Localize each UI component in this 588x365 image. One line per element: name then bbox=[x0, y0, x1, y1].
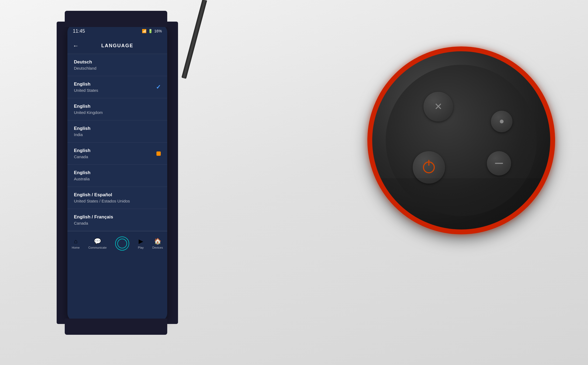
language-region: Canada bbox=[74, 154, 161, 159]
phone: 11:45 📶 🔋 16% ← LANGUAGE Deutsch Deutsch… bbox=[67, 24, 167, 321]
language-name: English bbox=[74, 104, 161, 109]
language-region: Canada bbox=[74, 221, 161, 225]
list-item[interactable]: English / Français Canada bbox=[67, 209, 167, 231]
nav-play-label: Play bbox=[138, 246, 143, 249]
bottom-nav: ⌂ Home 💬 Communicate ▶ Play 🏠 Devices bbox=[67, 231, 167, 255]
battery-level: 16% bbox=[154, 29, 162, 33]
back-button[interactable]: ← bbox=[73, 42, 79, 49]
nav-alexa[interactable] bbox=[115, 236, 129, 251]
list-item[interactable]: Deutsch Deutschland bbox=[67, 54, 167, 76]
list-item[interactable]: English Canada bbox=[67, 143, 167, 165]
language-region: India bbox=[74, 132, 161, 137]
nav-home[interactable]: ⌂ Home bbox=[72, 238, 80, 249]
app-header: ← LANGUAGE bbox=[67, 38, 167, 54]
alexa-button[interactable] bbox=[115, 236, 129, 251]
language-region: United States / Estados Unidos bbox=[74, 199, 161, 203]
nav-devices[interactable]: 🏠 Devices bbox=[152, 238, 163, 249]
nav-communicate-label: Communicate bbox=[88, 246, 107, 249]
language-region: Deutschland bbox=[74, 66, 161, 70]
home-icon: ⌂ bbox=[74, 238, 77, 245]
holder-top-clamp bbox=[65, 11, 167, 27]
language-name: English / Español bbox=[74, 192, 161, 198]
devices-icon: 🏠 bbox=[154, 238, 161, 245]
list-item[interactable]: English / Español United States / Estado… bbox=[67, 187, 167, 209]
nav-home-label: Home bbox=[72, 246, 80, 249]
list-item[interactable]: English United States ✓ bbox=[67, 76, 167, 98]
status-icons: 📶 🔋 16% bbox=[142, 29, 162, 33]
list-item[interactable]: English India bbox=[67, 120, 167, 143]
page-title: LANGUAGE bbox=[101, 43, 134, 49]
language-name: English bbox=[74, 148, 161, 153]
language-name: Deutsch bbox=[74, 59, 161, 65]
language-list: Deutsch Deutschland English United State… bbox=[67, 54, 167, 231]
language-name: English bbox=[74, 82, 161, 87]
alexa-ring bbox=[117, 239, 127, 248]
language-region: United Kingdom bbox=[74, 110, 161, 115]
echo-mute-ring bbox=[367, 46, 555, 234]
communicate-icon: 💬 bbox=[94, 238, 101, 245]
list-item[interactable]: English United Kingdom bbox=[67, 98, 167, 120]
play-icon: ▶ bbox=[139, 238, 143, 245]
language-name: English bbox=[74, 126, 161, 131]
language-region: United States bbox=[74, 88, 161, 93]
nav-communicate[interactable]: 💬 Communicate bbox=[88, 238, 107, 249]
language-region: Australia bbox=[74, 177, 161, 181]
notification-dot bbox=[156, 151, 161, 156]
status-time: 11:45 bbox=[73, 28, 85, 34]
phone-holder: 11:45 📶 🔋 16% ← LANGUAGE Deutsch Deutsch… bbox=[57, 11, 178, 335]
wifi-icon: 🔋 bbox=[148, 29, 153, 33]
selected-checkmark: ✓ bbox=[156, 84, 161, 91]
nav-play[interactable]: ▶ Play bbox=[138, 238, 143, 249]
language-name: English / Français bbox=[74, 214, 161, 220]
echo-dot-device: ✕ bbox=[370, 49, 553, 232]
holder-bottom-clamp bbox=[65, 319, 167, 335]
list-item[interactable]: English Australia bbox=[67, 165, 167, 187]
nav-devices-label: Devices bbox=[152, 246, 163, 249]
language-name: English bbox=[74, 170, 161, 175]
signal-icon: 📶 bbox=[142, 29, 146, 33]
